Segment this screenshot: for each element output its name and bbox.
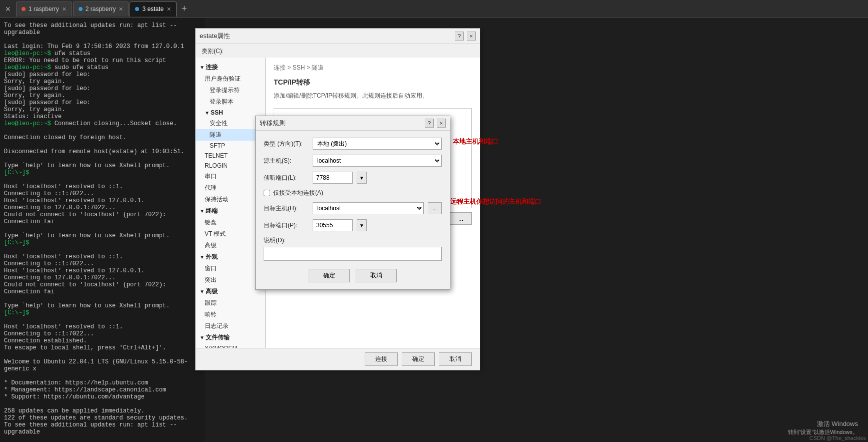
listen-port-dropdown[interactable]: ▼ <box>357 172 367 184</box>
dest-row: 目标主机(H): localhost ▼ ... <box>264 202 442 214</box>
transfer-close-button[interactable]: × <box>437 119 446 128</box>
dest-port-row: 目标端口(P): ▼ <box>264 219 442 231</box>
desc-input[interactable] <box>264 247 442 261</box>
transfer-body: 类型 (方向)(T): 本地 (拨出) ▼ 源主机(S): localhost <box>256 131 450 289</box>
tab1-dot <box>22 7 26 11</box>
estate-bottom-buttons: 连接 确定 取消 <box>196 348 480 370</box>
local-only-checkbox[interactable] <box>264 190 270 196</box>
transfer-ok-button[interactable]: 确定 <box>309 269 350 282</box>
dots-button[interactable]: ... <box>450 212 472 225</box>
tab-bar: ✕ 1 raspberry ✕ 2 raspberry ✕ 3 estate ✕… <box>0 0 868 18</box>
type-select[interactable]: 本地 (拨出) <box>313 138 442 150</box>
csdn-watermark: CSDN @The_shackles <box>809 435 866 441</box>
win-activate-line1: 激活 Windows <box>788 419 858 428</box>
dest-port-dropdown[interactable]: ▼ <box>357 219 367 231</box>
ok-button[interactable]: 确定 <box>402 352 435 366</box>
local-annotation: 本地主机和端口 <box>453 137 498 146</box>
tab3-label: 3 estate <box>142 6 164 13</box>
type-select-wrapper: 本地 (拨出) ▼ <box>313 138 442 150</box>
type-row: 类型 (方向)(T): 本地 (拨出) ▼ <box>264 138 442 150</box>
transfer-dialog: 转移规则 ? × 类型 (方向)(T): 本地 (拨出) ▼ <box>255 116 450 290</box>
listen-label: 侦听端口(L): <box>264 174 309 182</box>
estate-dialog-controls: ? × <box>455 32 476 41</box>
transfer-help-button[interactable]: ? <box>425 119 434 128</box>
terminal: To see these additional updates run: apt… <box>0 18 205 442</box>
transfer-controls: ? × <box>425 119 446 128</box>
tab-2-raspberry[interactable]: 2 raspberry ✕ <box>73 2 129 17</box>
section-desc: 添加/编辑/删除TCP/IP转移规则。此规则连接后自动应用。 <box>274 91 472 100</box>
tree-item-xymodem[interactable]: X/YMODEM <box>196 343 265 348</box>
dest-browse-button[interactable]: ... <box>428 202 442 214</box>
source-select-wrapper: localhost ▼ <box>313 155 442 167</box>
tab-1-raspberry[interactable]: 1 raspberry ✕ <box>16 2 72 17</box>
type-label: 类型 (方向)(T): <box>264 140 309 148</box>
tree-item-trace[interactable]: 跟踪 <box>196 297 265 309</box>
terminal-line: To see these additional updates run: apt… <box>4 22 201 36</box>
dest-label: 目标主机(H): <box>264 204 309 213</box>
tab3-close-icon[interactable]: ✕ <box>167 6 171 13</box>
desc-label: 说明(D): <box>264 236 442 245</box>
transfer-titlebar: 转移规则 ? × <box>256 116 450 131</box>
connect-button[interactable]: 连接 <box>365 352 398 366</box>
estate-help-button[interactable]: ? <box>455 32 464 41</box>
remote-annotation: 远程主机你想访问的主机和端口 <box>450 197 541 206</box>
desc-row: 说明(D): <box>264 236 442 261</box>
main-area: To see these additional updates run: apt… <box>0 18 868 442</box>
section-title: TCP/IP转移 <box>274 78 472 87</box>
tab1-close-icon[interactable]: ✕ <box>62 6 67 13</box>
tree-item-loginprompt[interactable]: 登录提示符 <box>196 85 265 96</box>
right-area: estate属性 ? × 类别(C): ▼连接 用户身份验证 登录提示符 登录脚… <box>205 18 868 442</box>
dest-select[interactable]: localhost <box>313 202 424 214</box>
transfer-dialog-title: 转移规则 <box>260 119 286 128</box>
local-only-row: 仅接受本地连接(A) <box>264 189 442 197</box>
tree-item-logging[interactable]: 日志记录 <box>196 320 265 332</box>
transfer-buttons: 确定 取消 <box>264 269 442 282</box>
source-label: 源主机(S): <box>264 157 309 165</box>
tree-item-connect[interactable]: ▼连接 <box>196 62 265 73</box>
tab2-close-icon[interactable]: ✕ <box>119 6 123 13</box>
tree-item-loginscript[interactable]: 登录脚本 <box>196 96 265 108</box>
breadcrumb: 连接 > SSH > 隧道 <box>274 64 472 72</box>
windows-activate: 激活 Windows 转到"设置"以激活Windows。 <box>788 419 858 436</box>
tab1-label: 1 raspberry <box>29 6 59 13</box>
tab3-dot <box>135 7 139 11</box>
tab2-dot <box>79 7 83 11</box>
dest-port-label: 目标端口(P): <box>264 221 309 230</box>
cancel-button[interactable]: 取消 <box>439 352 472 366</box>
category-label: 类别(C): <box>196 44 480 58</box>
listen-row: 侦听端口(L): ▼ <box>264 172 442 184</box>
transfer-cancel-button[interactable]: 取消 <box>356 269 397 282</box>
new-tab-button[interactable]: + <box>178 4 191 14</box>
source-row: 源主机(S): localhost ▼ <box>264 155 442 167</box>
dest-select-wrapper: localhost ▼ <box>313 202 424 214</box>
estate-dialog-title: estate属性 <box>200 32 230 41</box>
tab-3-estate[interactable]: 3 estate ✕ <box>130 2 177 17</box>
close-all-tabs-icon[interactable]: ✕ <box>2 3 14 15</box>
dest-port-input[interactable] <box>313 219 353 231</box>
tree-item-filetransfer[interactable]: ▼文件传输 <box>196 332 265 343</box>
listen-port-input[interactable] <box>313 172 353 184</box>
estate-dialog-titlebar: estate属性 ? × <box>196 29 480 44</box>
tree-item-userauth[interactable]: 用户身份验证 <box>196 73 265 85</box>
tree-item-bell[interactable]: 响铃 <box>196 309 265 320</box>
estate-close-button[interactable]: × <box>467 32 476 41</box>
local-only-label: 仅接受本地连接(A) <box>273 189 323 197</box>
tab2-label: 2 raspberry <box>86 6 116 13</box>
source-select[interactable]: localhost <box>313 155 442 167</box>
